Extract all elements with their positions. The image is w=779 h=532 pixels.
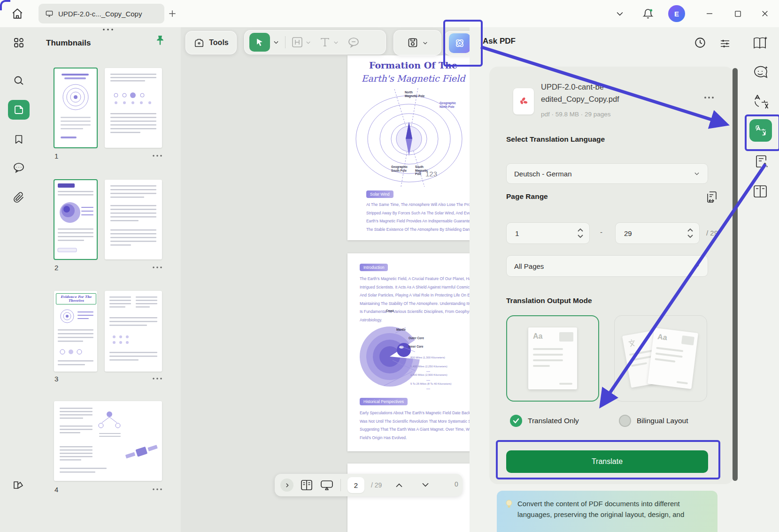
thumbnail-more-button[interactable] bbox=[151, 154, 163, 158]
search-icon bbox=[13, 75, 24, 86]
panel-scrollbar[interactable] bbox=[733, 68, 738, 481]
file-more-button[interactable] bbox=[702, 96, 716, 99]
body-line: Earth's Magnetic Field Provides An Indis… bbox=[366, 217, 470, 226]
page-range-to-stepper[interactable]: 29 bbox=[615, 222, 700, 244]
close-button[interactable] bbox=[757, 6, 773, 22]
page-scope-dropdown[interactable]: All Pages bbox=[506, 255, 708, 277]
sidebar-item-attachments[interactable] bbox=[8, 188, 30, 207]
text-tool-button[interactable] bbox=[319, 36, 339, 48]
minimize-button[interactable] bbox=[702, 6, 717, 22]
history-button[interactable] bbox=[694, 37, 706, 49]
page-number-input[interactable]: 2 bbox=[347, 477, 364, 493]
annotation-toolbar bbox=[244, 30, 386, 54]
bilingual-layout-card[interactable]: Aa bbox=[614, 315, 707, 402]
bell-icon bbox=[642, 8, 654, 19]
line-deco bbox=[533, 354, 563, 356]
thumb-deco bbox=[54, 305, 97, 371]
chevron-down-icon bbox=[333, 39, 339, 46]
thumb-deco bbox=[105, 291, 162, 372]
translated-only-option[interactable]: Translated Only bbox=[510, 415, 579, 427]
thumbnail-more-button[interactable] bbox=[151, 377, 163, 380]
pdf-page-1[interactable]: Formation Of The Earth's Magnetic Field … bbox=[347, 55, 470, 240]
page-icon bbox=[13, 104, 24, 115]
thumbnail-page-number: 3 bbox=[54, 375, 58, 383]
thumbnail-page-4[interactable] bbox=[54, 401, 162, 481]
bilingual-layout-option[interactable]: Bilingual Layout bbox=[619, 415, 688, 427]
translate-a-wen-icon bbox=[753, 94, 769, 110]
thumbnail-more-button[interactable] bbox=[151, 266, 163, 269]
sidebar-item-reading-mode[interactable] bbox=[8, 475, 30, 495]
ai-summary-button[interactable] bbox=[752, 36, 769, 51]
sidebar-item-bookmarks[interactable] bbox=[8, 129, 30, 149]
page-range-from-stepper[interactable]: 1 bbox=[506, 222, 590, 244]
chevron-down-icon[interactable] bbox=[273, 39, 279, 46]
chevron-up-icon bbox=[395, 482, 403, 488]
comment-tool-button[interactable] bbox=[347, 37, 360, 48]
chevron-down-icon[interactable] bbox=[422, 40, 428, 46]
sidebar-item-search[interactable] bbox=[8, 71, 30, 91]
ai-notes-button[interactable] bbox=[753, 154, 769, 170]
page-range-total: / 29 bbox=[706, 229, 718, 237]
thumbnails-title: Thumbnails bbox=[46, 38, 91, 48]
thumbnail-page-2-left[interactable] bbox=[54, 180, 97, 259]
thumbnail-page-number: 1 bbox=[54, 152, 58, 160]
collapse-toolbar-button[interactable] bbox=[612, 6, 628, 22]
account-avatar[interactable]: E bbox=[668, 5, 685, 22]
thumbnail-page-2-right[interactable] bbox=[105, 180, 162, 259]
thumb-deco bbox=[54, 401, 162, 481]
save-button[interactable] bbox=[407, 37, 418, 48]
annotation-box-translate-button bbox=[496, 440, 720, 479]
page-total-label: / 29 bbox=[371, 481, 382, 489]
line-deco bbox=[631, 362, 647, 367]
introduction-badge: Introduction bbox=[360, 264, 388, 271]
notifications-button[interactable] bbox=[640, 6, 656, 22]
sidebar-item-comments[interactable] bbox=[8, 158, 30, 177]
body-line: Intrigued Scientists. It Acts As A Shiel… bbox=[360, 283, 470, 292]
ai-chat-button[interactable] bbox=[752, 65, 769, 81]
next-page-button[interactable] bbox=[421, 482, 430, 488]
expand-panel-button[interactable] bbox=[280, 479, 293, 492]
body-line: Was Not Until The Scientific Revolution … bbox=[360, 418, 470, 426]
new-tab-button[interactable] bbox=[164, 6, 180, 22]
body-line: At The Same Time, The Atmosphere Will Al… bbox=[366, 201, 470, 209]
radio-unchecked-icon bbox=[619, 415, 631, 427]
translated-only-card[interactable]: Aa bbox=[506, 315, 599, 402]
range-separator: - bbox=[600, 228, 602, 236]
presentation-mode-button[interactable] bbox=[320, 479, 334, 491]
sidebar-item-grid-view[interactable] bbox=[8, 33, 30, 53]
tools-button[interactable]: Tools bbox=[185, 31, 237, 54]
settings-button[interactable] bbox=[719, 38, 731, 49]
thumbnail-page-3-left[interactable]: Evidence For The Theories bbox=[54, 291, 97, 372]
two-page-view-button[interactable] bbox=[300, 479, 313, 491]
pdf-page-2[interactable]: Introduction The Earth's Magnetic Field,… bbox=[347, 253, 470, 451]
document-tab[interactable]: UPDF-2.0-c..._Copy_Copy bbox=[39, 4, 164, 23]
pdf-body-paragraph: Early Speculations About The Earth's Mag… bbox=[360, 409, 470, 442]
body-line: Early Speculations About The Earth's Mag… bbox=[360, 409, 470, 418]
language-dropdown[interactable]: Deutsch - German bbox=[506, 163, 708, 184]
select-tool-button[interactable] bbox=[249, 33, 270, 52]
paperclip-icon bbox=[13, 192, 24, 203]
pdf-body-paragraph: At The Same Time, The Atmosphere Will Al… bbox=[366, 201, 470, 234]
previous-page-button[interactable] bbox=[395, 482, 403, 488]
chevron-down-icon bbox=[694, 170, 700, 177]
heading-tool-button[interactable] bbox=[291, 36, 311, 48]
maximize-button[interactable] bbox=[730, 6, 746, 22]
measurement-line: 1,400 Miles (2,250 Kilometers) bbox=[410, 362, 451, 371]
minimize-icon bbox=[705, 9, 714, 18]
measurement-line: 1,800 Miles (2,900 Kilometers) bbox=[410, 371, 451, 380]
thumbnail-page-3-right[interactable] bbox=[105, 291, 162, 372]
translate-tools-button[interactable] bbox=[753, 94, 769, 110]
aa-glyph: Aa bbox=[657, 333, 667, 342]
page-layout-button[interactable] bbox=[752, 184, 768, 199]
toolbar-divider bbox=[285, 36, 285, 48]
home-button[interactable] bbox=[9, 6, 25, 22]
line-deco bbox=[533, 359, 563, 361]
custom-range-button[interactable] bbox=[705, 190, 718, 205]
thumbnail-more-button[interactable] bbox=[151, 487, 163, 491]
thumbnail-page-1-left[interactable] bbox=[54, 68, 97, 148]
thumbnail-page-1-right[interactable] bbox=[105, 68, 162, 148]
pin-panel-button[interactable] bbox=[155, 35, 165, 47]
panel-drag-handle[interactable] bbox=[100, 27, 116, 32]
radio-checked-icon bbox=[510, 415, 522, 427]
sidebar-item-thumbnails[interactable] bbox=[8, 100, 30, 120]
